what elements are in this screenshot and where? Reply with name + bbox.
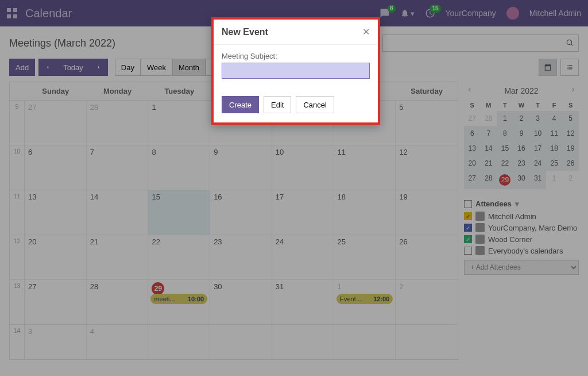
meeting-subject-input[interactable] xyxy=(222,63,370,79)
modal-title: New Event xyxy=(222,27,268,37)
cancel-button[interactable]: Cancel xyxy=(296,96,334,113)
create-button[interactable]: Create xyxy=(222,96,259,113)
close-icon[interactable]: ✕ xyxy=(362,26,370,37)
new-event-modal: New Event ✕ Meeting Subject: Create Edit… xyxy=(211,17,380,125)
edit-button[interactable]: Edit xyxy=(264,96,291,113)
meeting-subject-label: Meeting Subject: xyxy=(222,52,370,60)
